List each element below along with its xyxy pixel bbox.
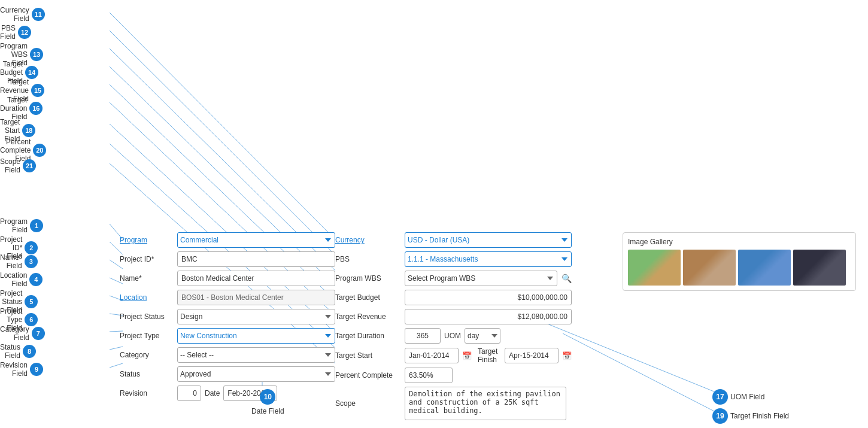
uom-select[interactable]: day [465, 328, 500, 344]
location-input [177, 290, 335, 305]
date-label: Date [205, 389, 220, 397]
finish-label: Target Finish [478, 347, 501, 364]
project-status-label: Project Status [120, 312, 174, 321]
category-select[interactable]: -- Select -- [177, 347, 335, 363]
pct-row: Percent Complete [335, 368, 572, 383]
revision-input[interactable] [177, 385, 201, 401]
image-gallery-inner [628, 250, 851, 286]
right-form-panel: Currency USD - Dollar (USA) PBS 1.1.1 - … [335, 232, 572, 424]
revenue-label: Target Revenue [335, 312, 401, 321]
status-row: Status Approved [120, 366, 335, 382]
name-row: Name* [120, 271, 335, 286]
label-name-field: Name* Field 3 [0, 253, 38, 270]
name-label: Name* [120, 274, 174, 283]
gallery-image-4[interactable] [793, 250, 846, 286]
duration-row: Target Duration UOM day [335, 328, 572, 344]
currency-row: Currency USD - Dollar (USA) [335, 232, 572, 248]
label-pbs-field: PBS Field 12 [0, 24, 31, 41]
duration-input[interactable] [405, 328, 441, 344]
label-location-field: Location Field 4 [0, 271, 43, 288]
program-link[interactable]: Program [120, 236, 174, 244]
pwbs-row: Program WBS Select Program WBS 🔍 [335, 271, 572, 286]
uom-field-label: UOM Field [730, 393, 764, 401]
image-gallery: Image Gallery [623, 232, 856, 291]
finish-cal-icon[interactable]: 📅 [562, 350, 572, 361]
gallery-image-2[interactable] [683, 250, 736, 286]
start-cal-icon[interactable]: 📅 [462, 350, 472, 361]
label-program-field: Program Field 1 [0, 217, 43, 234]
location-row: Location [120, 290, 335, 305]
pbs-select[interactable]: 1.1.1 - Massachusetts [405, 251, 572, 267]
pbs-label: PBS [335, 255, 401, 263]
date-field-badge-container: 10 Date Field [251, 389, 284, 415]
program-row: Program Commercial [120, 232, 335, 248]
project-id-row: Project ID* [120, 251, 335, 267]
left-form-panel: Program Commercial Project ID* Name* Loc… [120, 232, 335, 405]
start-label: Target Start [335, 351, 401, 360]
finish-field-label: Target Finish Field [730, 412, 789, 420]
uom-field-badge: 17 [712, 389, 728, 405]
pct-label: Percent Complete [335, 371, 401, 380]
project-status-row: Project Status Design [120, 309, 335, 324]
svg-line-0 [110, 13, 335, 239]
project-type-row: Project Type New Construction [120, 328, 335, 344]
pwbs-search-icon[interactable]: 🔍 [561, 273, 572, 284]
project-type-select[interactable]: New Construction [177, 328, 335, 344]
svg-line-1 [110, 31, 335, 255]
category-label: Category [120, 351, 174, 359]
startfinish-row: Target Start 📅 Target Finish 📅 [335, 347, 572, 364]
pct-input[interactable] [405, 368, 453, 383]
location-link[interactable]: Location [120, 293, 174, 302]
status-select[interactable]: Approved [177, 366, 335, 382]
label-currency-field: Currency Field 11 [0, 6, 45, 23]
revenue-row: Target Revenue [335, 309, 572, 324]
gallery-image-3[interactable] [738, 250, 791, 286]
date-field-label: Date Field [251, 407, 284, 415]
finish-field-badge-container: 19 Target Finish Field [712, 408, 789, 424]
pwbs-select[interactable]: Select Program WBS [405, 271, 557, 286]
scope-row: Scope Demolition of the existing pavilio… [335, 387, 572, 420]
gallery-image-1[interactable] [628, 250, 681, 286]
date-field-badge: 10 [260, 389, 275, 405]
label-category-field: Category Field 7 [0, 325, 45, 342]
scope-textarea[interactable]: Demolition of the existing pavilion and … [405, 387, 566, 420]
label-revision-field: Revision Field 9 [0, 361, 43, 378]
project-id-label: Project ID* [120, 255, 174, 263]
scope-label: Scope [335, 399, 401, 408]
program-select[interactable]: Commercial [177, 232, 335, 248]
currency-select[interactable]: USD - Dollar (USA) [405, 232, 572, 248]
start-input[interactable] [405, 348, 459, 363]
budget-label: Target Budget [335, 293, 401, 302]
project-type-label: Project Type [120, 332, 174, 340]
revision-label: Revision [120, 389, 174, 397]
pwbs-label: Program WBS [335, 274, 401, 283]
budget-input[interactable] [405, 290, 572, 305]
currency-link[interactable]: Currency [335, 236, 401, 244]
uom-label: UOM [444, 332, 461, 340]
project-id-input[interactable] [177, 251, 335, 267]
duration-label: Target Duration [335, 332, 401, 340]
uom-field-badge-container: 17 UOM Field [712, 389, 764, 405]
budget-row: Target Budget [335, 290, 572, 305]
category-row: Category -- Select -- [120, 347, 335, 363]
revenue-input[interactable] [405, 309, 572, 324]
finish-field-badge: 19 [712, 408, 728, 424]
project-status-select[interactable]: Design [177, 309, 335, 324]
revision-row: Revision Date [120, 385, 335, 401]
label-duration-field: Target Duration Field 16 [0, 96, 43, 121]
svg-line-20 [563, 333, 715, 412]
label-scope-field: Scope Field 21 [0, 157, 36, 174]
name-input[interactable] [177, 271, 335, 286]
finish-input[interactable] [505, 348, 559, 363]
image-gallery-title: Image Gallery [628, 238, 851, 246]
pbs-row: PBS 1.1.1 - Massachusetts [335, 251, 572, 267]
status-label: Status [120, 370, 174, 378]
label-status-field: Status Field 8 [0, 343, 36, 360]
